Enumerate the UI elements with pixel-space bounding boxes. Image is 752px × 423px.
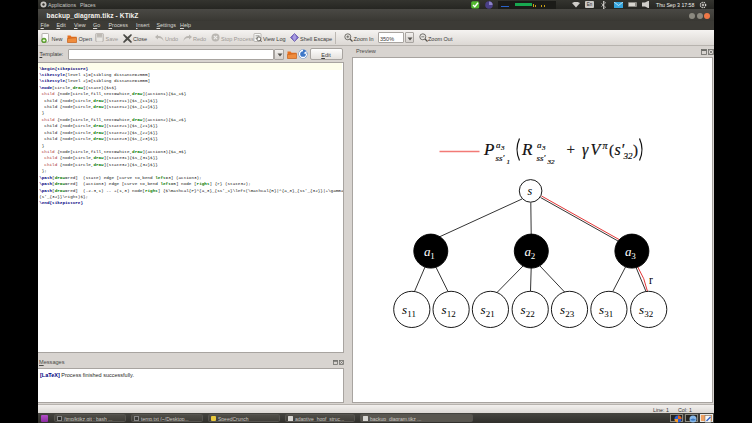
svg-text:s: s bbox=[481, 301, 486, 316]
svg-text:): ) bbox=[633, 141, 638, 158]
svg-text:3: 3 bbox=[500, 143, 505, 151]
svg-text:ss′: ss′ bbox=[496, 153, 506, 163]
svg-text:1: 1 bbox=[430, 250, 435, 260]
svg-text:s: s bbox=[442, 301, 447, 316]
svg-text:V: V bbox=[591, 140, 603, 157]
svg-text:2: 2 bbox=[531, 250, 536, 260]
svg-text:31: 31 bbox=[604, 308, 613, 318]
svg-text:32: 32 bbox=[547, 158, 556, 166]
svg-text:3: 3 bbox=[541, 143, 546, 151]
svg-text:s: s bbox=[599, 301, 604, 316]
svg-text:12: 12 bbox=[447, 308, 456, 318]
svg-text:(: ( bbox=[609, 141, 614, 158]
svg-text:γ: γ bbox=[582, 140, 589, 158]
svg-text:s: s bbox=[402, 301, 407, 316]
svg-text:π: π bbox=[603, 140, 609, 151]
svg-text:3: 3 bbox=[631, 250, 636, 260]
svg-text:11: 11 bbox=[407, 308, 416, 318]
svg-text:23: 23 bbox=[565, 308, 575, 318]
svg-text:s: s bbox=[521, 301, 526, 316]
svg-text:s: s bbox=[528, 184, 533, 198]
svg-text:R: R bbox=[521, 139, 533, 158]
svg-text:+: + bbox=[567, 141, 575, 157]
svg-text:32: 32 bbox=[644, 308, 653, 318]
svg-text:21: 21 bbox=[486, 308, 495, 318]
svg-text:s: s bbox=[639, 301, 644, 316]
svg-text:32: 32 bbox=[623, 151, 634, 161]
svg-text:ss′: ss′ bbox=[537, 153, 547, 163]
svg-text:P: P bbox=[483, 139, 494, 158]
svg-text:s: s bbox=[560, 301, 565, 316]
svg-text:22: 22 bbox=[526, 308, 535, 318]
svg-text:1: 1 bbox=[507, 158, 511, 166]
svg-text:r: r bbox=[649, 273, 653, 285]
